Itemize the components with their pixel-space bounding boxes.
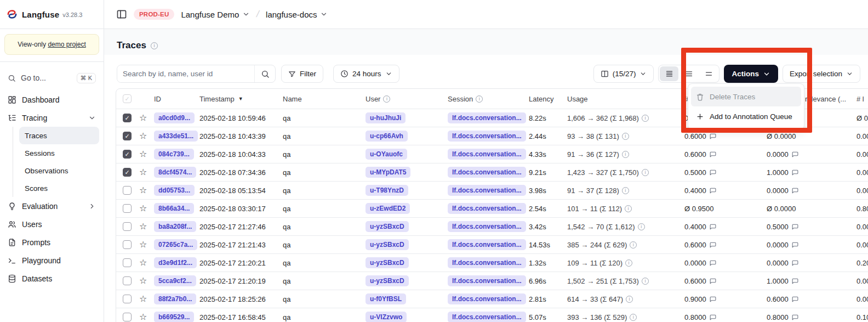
- session-badge[interactable]: lf.docs.conversation...: [448, 257, 526, 268]
- table-row[interactable]: ☆b669529...2025-02-17 16:58:45qau-VIZzvw…: [116, 308, 868, 322]
- bookmark-star-icon[interactable]: ☆: [139, 186, 147, 195]
- trace-id-badge[interactable]: a0cd0d9...: [154, 112, 195, 123]
- export-selection-button[interactable]: Export selection: [783, 65, 860, 83]
- session-badge[interactable]: lf.docs.conversation...: [448, 203, 526, 214]
- trace-id-badge[interactable]: 5cca9cf2...: [154, 275, 196, 286]
- bookmark-star-icon[interactable]: ☆: [139, 132, 147, 140]
- row-checkbox[interactable]: [123, 313, 132, 321]
- org-selector[interactable]: Langfuse Demo: [181, 10, 250, 19]
- user-badge[interactable]: u-yzSBxcD: [366, 239, 409, 250]
- bookmark-star-icon[interactable]: ☆: [139, 295, 147, 303]
- row-checkbox[interactable]: ✓: [123, 114, 132, 122]
- trace-id-badge[interactable]: 07265c7a...: [154, 239, 197, 250]
- project-selector[interactable]: langfuse-docs: [266, 10, 328, 19]
- bookmark-star-icon[interactable]: ☆: [139, 258, 147, 267]
- user-badge[interactable]: u-zEwdED2: [366, 203, 410, 214]
- select-all-checkbox[interactable]: ✓: [123, 94, 132, 103]
- trace-id-badge[interactable]: 88f2a7b0...: [154, 293, 196, 304]
- user-badge[interactable]: u-T98YnzD: [366, 185, 408, 196]
- table-row[interactable]: ✓☆084c739...2025-02-18 10:04:33qau-OYauo…: [116, 145, 868, 163]
- sidebar-item-evaluation[interactable]: Evaluation: [4, 197, 99, 215]
- bookmark-star-icon[interactable]: ☆: [139, 222, 147, 231]
- bookmark-star-icon[interactable]: ☆: [139, 204, 147, 213]
- column-header-name[interactable]: Name: [278, 95, 361, 103]
- table-row[interactable]: ☆88f2a7b0...2025-02-17 18:25:26qau-f0YfB…: [116, 290, 868, 308]
- sidebar-item-sessions[interactable]: Sessions: [19, 144, 99, 162]
- user-badge[interactable]: u-yzSBxcD: [366, 221, 409, 232]
- table-row[interactable]: ☆5cca9cf2...2025-02-17 21:20:19qau-yzSBx…: [116, 272, 868, 290]
- user-badge[interactable]: u-OYauofc: [366, 149, 407, 160]
- bookmark-star-icon[interactable]: ☆: [139, 240, 147, 249]
- sidebar-item-dashboard[interactable]: Dashboard: [4, 91, 99, 109]
- row-checkbox[interactable]: [123, 204, 132, 213]
- row-height-medium-button[interactable]: [679, 66, 698, 81]
- bookmark-star-icon[interactable]: ☆: [139, 168, 147, 177]
- menu-item-add-to-annotation-queue[interactable]: Add to Annotation Queue: [691, 106, 801, 126]
- table-row[interactable]: ☆ba8a208f...2025-02-17 21:27:46qau-yzSBx…: [116, 217, 868, 235]
- sidebar-item-tracing[interactable]: Tracing: [4, 109, 99, 127]
- sidebar-toggle-icon[interactable]: [116, 9, 127, 20]
- demo-project-link[interactable]: demo project: [48, 41, 85, 48]
- bookmark-star-icon[interactable]: ☆: [139, 276, 147, 285]
- table-row[interactable]: ☆d3e9d1f2...2025-02-17 21:20:21qau-yzSBx…: [116, 253, 868, 272]
- sidebar-item-scores[interactable]: Scores: [19, 179, 99, 197]
- column-header-last[interactable]: # l: [853, 95, 868, 103]
- session-badge[interactable]: lf.docs.conversation...: [448, 312, 526, 322]
- row-checkbox[interactable]: [123, 295, 132, 303]
- row-checkbox[interactable]: ✓: [123, 168, 132, 177]
- row-checkbox[interactable]: [123, 276, 132, 285]
- bookmark-star-icon[interactable]: ☆: [139, 114, 147, 122]
- search-input[interactable]: [117, 65, 254, 82]
- table-row[interactable]: ☆dd05753...2025-02-18 05:13:54qau-T98Ynz…: [116, 181, 868, 199]
- sidebar-item-playground[interactable]: Playground: [4, 251, 99, 269]
- actions-button[interactable]: Actions: [724, 65, 778, 83]
- bookmark-star-icon[interactable]: ☆: [139, 150, 147, 159]
- row-checkbox[interactable]: ✓: [123, 150, 132, 159]
- trace-id-badge[interactable]: 8b66a34...: [154, 203, 194, 214]
- row-height-compact-button[interactable]: [660, 66, 678, 81]
- row-height-tall-button[interactable]: [699, 66, 718, 81]
- sidebar-item-users[interactable]: Users: [4, 215, 99, 233]
- column-header-id[interactable]: ID: [150, 95, 195, 103]
- table-row[interactable]: ✓☆8dcf4574...2025-02-18 07:34:36qau-MYpD…: [116, 163, 868, 181]
- session-badge[interactable]: lf.docs.conversation...: [448, 185, 526, 196]
- session-badge[interactable]: lf.docs.conversation...: [448, 167, 526, 178]
- user-badge[interactable]: u-f0YfBSL: [366, 293, 406, 304]
- user-badge[interactable]: u-cp66Avh: [366, 131, 408, 142]
- trace-id-badge[interactable]: d3e9d1f2...: [154, 257, 197, 268]
- row-checkbox[interactable]: [123, 240, 132, 249]
- column-header-timestamp[interactable]: Timestamp ▼: [195, 95, 278, 103]
- goto-search[interactable]: Go to... ⌘ K: [4, 70, 99, 86]
- sidebar-item-traces[interactable]: Traces: [19, 127, 99, 144]
- trace-id-badge[interactable]: 084c739...: [154, 149, 194, 160]
- filter-button[interactable]: Filter: [281, 65, 323, 83]
- row-checkbox[interactable]: [123, 186, 132, 195]
- search-submit[interactable]: [254, 65, 275, 82]
- column-header-user[interactable]: User: [361, 95, 443, 103]
- columns-button[interactable]: (15/27): [593, 65, 654, 83]
- trace-id-badge[interactable]: ba8a208f...: [154, 221, 196, 232]
- menu-item-delete-traces[interactable]: Delete Traces: [691, 87, 801, 106]
- session-badge[interactable]: lf.docs.conversation...: [448, 293, 526, 304]
- user-badge[interactable]: u-yzSBxcD: [366, 275, 409, 286]
- user-badge[interactable]: u-MYpDAT5: [366, 167, 410, 178]
- session-badge[interactable]: lf.docs.conversation...: [448, 149, 526, 160]
- session-badge[interactable]: lf.docs.conversation...: [448, 131, 526, 142]
- time-range-button[interactable]: 24 hours: [333, 65, 399, 83]
- table-row[interactable]: ☆8b66a34...2025-02-18 03:30:17qau-zEwdED…: [116, 199, 868, 217]
- bookmark-star-icon[interactable]: ☆: [139, 313, 147, 321]
- row-checkbox[interactable]: [123, 258, 132, 267]
- sidebar-item-prompts[interactable]: Prompts: [4, 233, 99, 251]
- column-header-usage[interactable]: Usage: [563, 95, 680, 103]
- session-badge[interactable]: lf.docs.conversation...: [448, 239, 526, 250]
- session-badge[interactable]: lf.docs.conversation...: [448, 221, 526, 232]
- trace-id-badge[interactable]: dd05753...: [154, 185, 195, 196]
- user-badge[interactable]: u-huJhuJi: [366, 112, 406, 123]
- table-row[interactable]: ☆07265c7a...2025-02-17 21:21:43qau-yzSBx…: [116, 235, 868, 253]
- trace-id-badge[interactable]: a433de51...: [154, 131, 198, 142]
- row-checkbox[interactable]: ✓: [123, 132, 132, 140]
- row-checkbox[interactable]: [123, 222, 132, 231]
- column-header-session[interactable]: Session: [443, 95, 524, 103]
- trace-id-badge[interactable]: b669529...: [154, 312, 194, 322]
- user-badge[interactable]: u-VIZzvwo: [366, 312, 407, 322]
